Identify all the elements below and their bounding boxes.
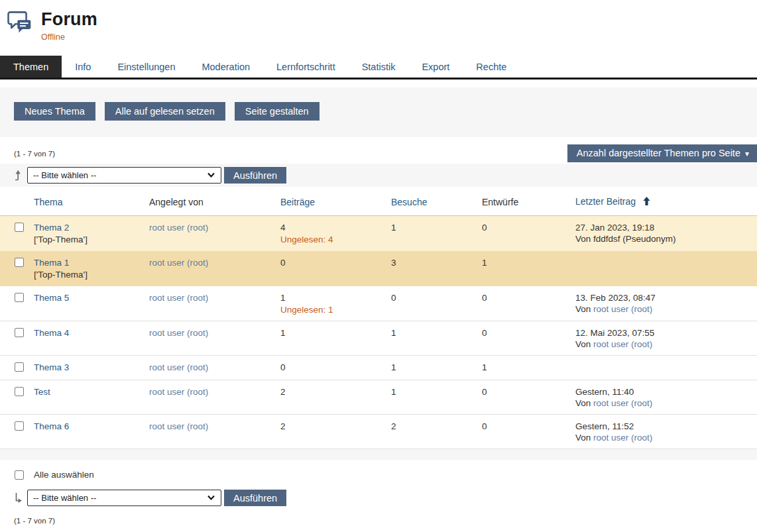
creator-link[interactable]: root user (root) — [149, 362, 208, 372]
visits-count: 1 — [391, 362, 396, 372]
tab-export[interactable]: Export — [408, 56, 463, 78]
toolbar: Neues Thema Alle auf gelesen setzen Seit… — [0, 87, 757, 137]
creator-link[interactable]: root user (root) — [149, 258, 208, 268]
offline-status-link[interactable]: Offline — [41, 32, 65, 42]
drafts-count: 0 — [482, 421, 487, 431]
pagination-bottom: (1 - 7 von 7) — [14, 517, 757, 525]
row-checkbox[interactable] — [15, 387, 24, 396]
row-checkbox[interactable] — [15, 421, 24, 431]
posts-count: 1 — [280, 292, 391, 303]
row-checkbox[interactable] — [15, 328, 24, 337]
last-post-von: Von — [575, 433, 591, 443]
drafts-count: 0 — [482, 387, 487, 397]
last-post-author-link[interactable]: root user (root) — [593, 398, 652, 408]
last-post-date: 12. Mai 2023, 07:55 — [575, 327, 757, 339]
tab-themen[interactable]: Themen — [0, 56, 62, 78]
tab-info[interactable]: Info — [62, 56, 104, 78]
select-all-label[interactable]: Alle auswählen — [34, 470, 94, 480]
header-drafts-label: Entwürfe — [482, 197, 518, 207]
sort-by-last-post-link[interactable]: Letzter Beitrag — [575, 196, 636, 207]
posts-count: 0 — [280, 258, 286, 268]
bulk-select-bottom-value: -- Bitte wählen -- — [33, 493, 96, 503]
last-post-von: Von — [575, 304, 591, 314]
last-post-date: Gestern, 11:52 — [575, 421, 757, 432]
bulk-action-select-top[interactable]: -- Bitte wählen -- — [27, 167, 221, 184]
topic-link[interactable]: Thema 5 — [34, 293, 69, 303]
tab-statistik[interactable]: Statistik — [349, 56, 409, 78]
mark-all-read-button[interactable]: Alle auf gelesen setzen — [105, 102, 225, 121]
chevron-down-icon — [207, 170, 215, 180]
unread-link[interactable]: Ungelesen: 4 — [280, 234, 333, 245]
sort-by-topic-link[interactable]: Thema — [34, 197, 63, 207]
row-checkbox[interactable] — [15, 293, 24, 302]
sort-by-visits-link[interactable]: Besuche — [391, 197, 427, 207]
sort-ascending-icon — [643, 197, 650, 207]
per-page-dropdown-button[interactable]: Anzahl dargestellter Themen pro Seite▾ — [567, 144, 757, 162]
table-row: Thema 3 root user (root) 0 1 1 — [0, 356, 757, 380]
table-row: Test root user (root) 2 1 0 Gestern, 11:… — [0, 380, 757, 415]
topic-link[interactable]: Test — [34, 387, 50, 397]
topics-table: Thema Angelegt von Beiträge Besuche Entw… — [0, 187, 757, 449]
row-checkbox[interactable] — [15, 258, 24, 267]
arrow-up-icon — [14, 170, 23, 181]
select-all-checkbox[interactable] — [15, 470, 24, 480]
table-header-row: Thema Angelegt von Beiträge Besuche Entw… — [0, 187, 757, 216]
header-checkbox-cell — [0, 187, 34, 216]
sort-by-posts-link[interactable]: Beiträge — [280, 197, 315, 207]
row-checkbox[interactable] — [15, 223, 24, 232]
tab-rechte[interactable]: Rechte — [463, 56, 520, 78]
visits-count: 2 — [391, 421, 396, 431]
tab-lernfortschritt[interactable]: Lernfortschritt — [263, 56, 349, 78]
execute-button-bottom[interactable]: Ausführen — [224, 490, 286, 506]
table-footer-strip — [0, 449, 757, 460]
creator-link[interactable]: root user (root) — [149, 421, 208, 431]
row-checkbox[interactable] — [15, 362, 24, 372]
visits-count: 1 — [391, 328, 396, 338]
drafts-count: 0 — [482, 223, 487, 233]
topic-link[interactable]: Thema 3 — [34, 362, 69, 372]
drafts-count: 0 — [482, 293, 487, 303]
visits-count: 3 — [391, 258, 396, 268]
creator-link[interactable]: root user (root) — [149, 387, 208, 397]
new-topic-button[interactable]: Neues Thema — [14, 102, 95, 121]
execute-button-top[interactable]: Ausführen — [224, 167, 286, 184]
topic-link[interactable]: Thema 2 — [34, 223, 69, 233]
pagination-top: (1 - 7 von 7) — [14, 150, 55, 158]
unread-link[interactable]: Ungelesen: 1 — [280, 304, 333, 315]
topic-link[interactable]: Thema 1 — [34, 258, 69, 268]
creator-link[interactable]: root user (root) — [149, 293, 208, 303]
posts-count: 2 — [280, 421, 286, 431]
forum-chat-icon — [7, 10, 33, 36]
table-row: Thema 1 ['Top-Thema'] root user (root) 0… — [0, 251, 757, 286]
posts-count: 2 — [280, 387, 286, 397]
last-post-von: Von — [575, 339, 591, 349]
last-post-author-link[interactable]: root user (root) — [593, 433, 652, 443]
last-post-von: Von — [575, 234, 591, 244]
posts-count: 4 — [280, 222, 391, 233]
bulk-action-select-bottom[interactable]: -- Bitte wählen -- — [27, 490, 221, 506]
last-post-author: fddfdsf (Pseudonym) — [593, 234, 676, 244]
last-post-author-link[interactable]: root user (root) — [593, 304, 652, 314]
posts-count: 1 — [280, 328, 286, 338]
tab-moderation[interactable]: Moderation — [188, 56, 263, 78]
creator-link[interactable]: root user (root) — [149, 223, 208, 233]
list-meta-row: (1 - 7 von 7) Anzahl dargestellter Theme… — [0, 144, 757, 162]
last-post-author-link[interactable]: root user (root) — [593, 339, 652, 349]
page-title: Forum — [41, 9, 97, 30]
topic-link[interactable]: Thema 4 — [34, 328, 69, 338]
last-post-von: Von — [575, 398, 591, 408]
bulk-action-row-bottom: -- Bitte wählen -- Ausführen — [0, 486, 757, 509]
topic-link[interactable]: Thema 6 — [34, 421, 69, 431]
table-row: Thema 6 root user (root) 2 2 0 Gestern, … — [0, 415, 757, 449]
topic-subtitle: ['Top-Thema'] — [34, 234, 149, 245]
last-post-date: 27. Jan 2023, 19:18 — [575, 222, 757, 233]
bulk-select-top-value: -- Bitte wählen -- — [33, 170, 96, 180]
tab-bar: Themen Info Einstellungen Moderation Ler… — [0, 56, 757, 80]
design-page-button[interactable]: Seite gestalten — [235, 102, 320, 121]
tab-einstellungen[interactable]: Einstellungen — [104, 56, 188, 78]
creator-link[interactable]: root user (root) — [149, 328, 208, 338]
visits-count: 1 — [391, 223, 396, 233]
select-all-row: Alle auswählen — [0, 470, 757, 480]
visits-count: 0 — [391, 293, 396, 303]
chevron-down-icon — [207, 493, 215, 503]
